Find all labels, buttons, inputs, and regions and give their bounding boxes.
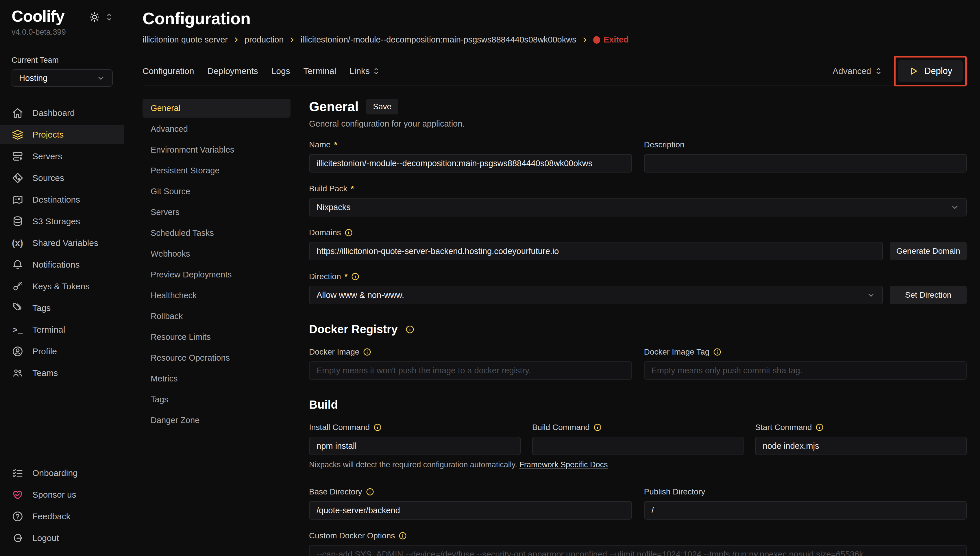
config-menu-item-metrics[interactable]: Metrics	[142, 369, 291, 388]
config-menu-item-rollback[interactable]: Rollback	[142, 307, 291, 326]
config-menu-item-webhooks[interactable]: Webhooks	[142, 244, 291, 263]
description-input[interactable]	[644, 154, 967, 173]
sidebar-item-servers[interactable]: Servers	[0, 147, 124, 166]
config-menu-item-persistent-storage[interactable]: Persistent Storage	[142, 161, 291, 180]
tab-deployments[interactable]: Deployments	[207, 66, 258, 76]
general-heading: General	[309, 99, 359, 115]
sidebar-item-dashboard[interactable]: Dashboard	[0, 103, 124, 123]
info-icon[interactable]	[366, 488, 374, 496]
config-menu-item-advanced[interactable]: Advanced	[142, 120, 291, 138]
name-label: Name*	[309, 140, 632, 149]
users-icon	[11, 367, 24, 379]
sidebar-item-onboarding[interactable]: Onboarding	[0, 464, 124, 483]
tab-logs[interactable]: Logs	[272, 66, 290, 76]
layers-icon	[11, 129, 24, 141]
sidebar-item-teams[interactable]: Teams	[0, 364, 124, 383]
sidebar-item-tags[interactable]: Tags	[0, 299, 124, 318]
breadcrumb-environment[interactable]: production	[244, 35, 284, 45]
breadcrumb-application[interactable]: illicitestonion/-module--decomposition:m…	[300, 35, 576, 45]
start-command-input[interactable]	[755, 436, 967, 455]
config-menu-item-healthcheck[interactable]: Healthcheck	[142, 286, 291, 305]
tab-links[interactable]: Links	[349, 66, 380, 76]
bell-icon	[11, 259, 24, 270]
docker-image-input[interactable]	[309, 361, 632, 380]
framework-docs-link[interactable]: Framework Specific Docs	[519, 461, 608, 469]
info-icon[interactable]	[593, 423, 602, 432]
sidebar-item-terminal[interactable]: >_ Terminal	[0, 320, 124, 339]
sidebar-item-profile[interactable]: Profile	[0, 342, 124, 361]
direction-select[interactable]: Allow www & non-www.	[309, 286, 883, 304]
status-dot-icon	[593, 36, 600, 44]
breadcrumb-project[interactable]: illicitonion quote server	[142, 35, 228, 45]
info-icon[interactable]	[815, 423, 824, 432]
tabs-row: Configuration Deployments Logs Terminal …	[142, 57, 967, 86]
app-logo-text: Coolify	[11, 8, 65, 25]
info-icon[interactable]	[398, 532, 407, 540]
domains-input[interactable]	[309, 242, 883, 260]
play-icon	[908, 66, 919, 76]
theme-select-chevrons-icon[interactable]	[105, 12, 113, 22]
select-chevrons-icon	[373, 67, 380, 76]
base-directory-input[interactable]	[309, 501, 632, 520]
sidebar-footer: Onboarding Sponsor us Feedback Logout	[0, 464, 124, 556]
sidebar-item-s3-storages[interactable]: S3 Storages	[0, 212, 124, 231]
build-command-input[interactable]	[532, 436, 744, 455]
sidebar-item-projects[interactable]: Projects	[0, 125, 124, 144]
chevron-down-icon	[97, 74, 105, 82]
install-command-input[interactable]	[309, 436, 521, 455]
required-asterisk: *	[344, 272, 348, 281]
current-team-label: Current Team	[0, 37, 124, 65]
sidebar-item-destinations[interactable]: Destinations	[0, 190, 124, 209]
info-icon[interactable]	[351, 272, 360, 281]
team-select[interactable]: Hosting	[11, 70, 113, 87]
logout-icon	[11, 532, 24, 544]
config-menu-item-scheduled-tasks[interactable]: Scheduled Tasks	[142, 224, 291, 242]
server-icon	[11, 150, 24, 162]
info-icon[interactable]	[344, 228, 353, 237]
tab-terminal[interactable]: Terminal	[304, 66, 336, 76]
sidebar-item-sources[interactable]: Sources	[0, 168, 124, 187]
generate-domain-button[interactable]: Generate Domain	[890, 242, 967, 260]
config-menu-item-servers[interactable]: Servers	[142, 203, 291, 221]
config-menu-item-resource-limits[interactable]: Resource Limits	[142, 328, 291, 346]
variable-icon: (x)	[11, 238, 24, 248]
deploy-highlight-box: Deploy	[894, 56, 967, 86]
sidebar-item-notifications[interactable]: Notifications	[0, 255, 124, 274]
config-menu-item-tags[interactable]: Tags	[142, 390, 291, 409]
config-menu-item-git-source[interactable]: Git Source	[142, 182, 291, 201]
tab-configuration[interactable]: Configuration	[142, 66, 194, 76]
set-direction-button[interactable]: Set Direction	[890, 286, 967, 304]
name-input[interactable]	[309, 154, 632, 173]
config-menu-item-danger-zone[interactable]: Danger Zone	[142, 411, 291, 430]
publish-directory-input[interactable]	[644, 501, 967, 520]
deploy-button[interactable]: Deploy	[898, 60, 963, 82]
build-pack-select[interactable]: Nixpacks	[309, 198, 967, 217]
advanced-dropdown[interactable]: Advanced	[833, 66, 882, 76]
custom-docker-options-input[interactable]	[309, 545, 967, 556]
sidebar-item-sponsor-us[interactable]: Sponsor us	[0, 485, 124, 504]
config-menu-item-preview-deployments[interactable]: Preview Deployments	[142, 265, 291, 284]
config-menu-item-resource-operations[interactable]: Resource Operations	[142, 349, 291, 367]
status-badge: Exited	[593, 35, 629, 45]
sidebar-item-keys-tokens[interactable]: Keys & Tokens	[0, 277, 124, 296]
database-icon	[11, 216, 24, 227]
theme-sun-icon[interactable]	[89, 11, 100, 23]
tags-icon	[11, 302, 24, 314]
config-menu-item-environment-variables[interactable]: Environment Variables	[142, 141, 291, 159]
build-heading: Build	[309, 398, 338, 411]
info-icon[interactable]	[373, 423, 382, 432]
sidebar-item-logout[interactable]: Logout	[0, 529, 124, 548]
config-menu-item-general[interactable]: General	[142, 99, 291, 118]
docker-image-tag-input[interactable]	[644, 361, 967, 380]
general-section: General Save General configuration for y…	[291, 99, 967, 556]
main-content: Configuration illicitonion quote server …	[124, 0, 980, 556]
info-icon[interactable]	[713, 348, 721, 356]
build-section: Build	[309, 398, 967, 411]
save-button[interactable]: Save	[366, 99, 398, 115]
info-icon[interactable]	[405, 325, 414, 334]
terminal-icon: >_	[11, 325, 24, 335]
docker-registry-heading: Docker Registry	[309, 323, 398, 336]
info-icon[interactable]	[363, 348, 372, 356]
sidebar-item-shared-variables[interactable]: (x) Shared Variables	[0, 233, 124, 252]
sidebar-item-feedback[interactable]: Feedback	[0, 507, 124, 526]
